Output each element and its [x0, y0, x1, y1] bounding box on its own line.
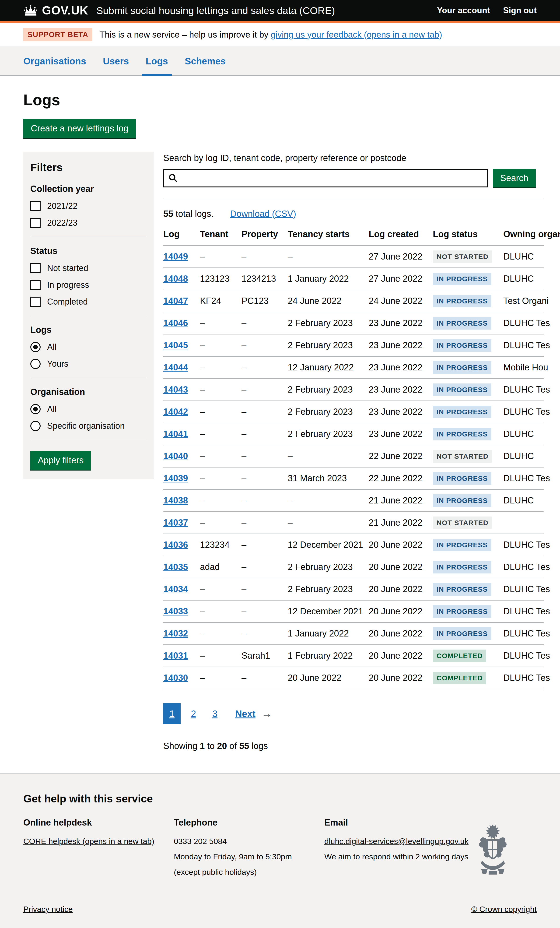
log-id-link[interactable]: 14037 [163, 518, 188, 528]
radio-option-yours[interactable]: Yours [31, 359, 147, 369]
radio-option-all[interactable]: All [31, 342, 147, 352]
search-button[interactable]: Search [493, 169, 536, 188]
option-label: 2022/23 [47, 218, 78, 228]
log-id-link[interactable]: 14034 [163, 584, 188, 594]
table-row: 14035adad–2 February 202320 June 2022IN … [163, 556, 544, 578]
checkbox-option-2022-23[interactable]: 2022/23 [31, 218, 147, 228]
log-id-link[interactable]: 14033 [163, 606, 188, 616]
filters-title: Filters [31, 161, 147, 174]
nav-tab-organisations[interactable]: Organisations [23, 56, 86, 75]
pagination: 123Next→ [163, 703, 560, 724]
footer-link[interactable]: dluhc.digital-services@levellingup.gov.u… [324, 837, 468, 846]
log-id-link[interactable]: 14045 [163, 340, 188, 350]
log-id-link[interactable]: 14038 [163, 496, 188, 505]
checkbox-control[interactable] [31, 218, 41, 228]
property-cell: – [241, 246, 288, 268]
footer-link[interactable]: CORE helpdesk (opens in a new tab) [23, 837, 154, 846]
log-id-link[interactable]: 14032 [163, 629, 188, 638]
owning-organisation-cell: Test Organi [503, 290, 544, 312]
log-id-link[interactable]: 14049 [163, 252, 188, 261]
pagination-page-3[interactable]: 3 [206, 703, 224, 724]
checkbox-option-not-started[interactable]: Not started [31, 263, 147, 273]
log-id-link[interactable]: 14035 [163, 562, 188, 572]
log-id-link[interactable]: 14046 [163, 318, 188, 328]
column-header-tenancy-starts: Tenancy starts [288, 225, 369, 246]
radio-option-specific-organisation[interactable]: Specific organisation [31, 421, 147, 431]
log-cell: 14042 [163, 401, 200, 423]
pagination-next-link[interactable]: Next [235, 708, 255, 719]
privacy-notice-link[interactable]: Privacy notice [23, 905, 73, 914]
tenancy-starts-cell: – [288, 511, 369, 534]
property-cell: – [241, 623, 288, 645]
log-cell: 14033 [163, 600, 200, 623]
tenancy-starts-cell: – [288, 445, 369, 467]
table-row: 14043––2 February 202323 June 2022IN PRO… [163, 379, 544, 401]
checkbox-control[interactable] [31, 263, 41, 273]
table-row: 14044––12 January 202223 June 2022IN PRO… [163, 356, 544, 379]
table-row: 14030––20 June 202220 June 2022COMPLETED… [163, 667, 544, 689]
log-status-tag: COMPLETED [433, 672, 486, 684]
pagination-page-1[interactable]: 1 [163, 703, 181, 724]
search-input[interactable] [163, 169, 488, 188]
checkbox-control[interactable] [31, 201, 41, 211]
apply-filters-button[interactable]: Apply filters [31, 451, 91, 470]
checkbox-control[interactable] [31, 297, 41, 307]
nav-tab-schemes[interactable]: Schemes [185, 56, 226, 75]
owning-organisation-cell: DLUHC [503, 490, 544, 511]
log-id-link[interactable]: 14031 [163, 651, 188, 661]
checkbox-option-completed[interactable]: Completed [31, 297, 147, 307]
owning-organisation-cell: DLUHC Tes [503, 379, 544, 401]
checkbox-option-2021-22[interactable]: 2021/22 [31, 201, 147, 211]
tenancy-starts-cell: 1 January 2022 [288, 623, 369, 645]
showing-text: of [227, 741, 240, 751]
checkbox-control[interactable] [31, 280, 41, 290]
footer-text-line: (except public holidays) [174, 867, 324, 878]
table-row: 14032––1 January 202220 June 2022IN PROG… [163, 623, 544, 645]
total-logs-count: 55 [163, 209, 173, 219]
nav-tab-logs[interactable]: Logs [146, 56, 168, 75]
log-cell: 14039 [163, 467, 200, 490]
log-id-link[interactable]: 14041 [163, 429, 188, 439]
radio-control[interactable] [31, 342, 41, 352]
log-id-link[interactable]: 14048 [163, 274, 188, 284]
nav-tab-users[interactable]: Users [103, 56, 129, 75]
crown-copyright-link[interactable]: © Crown copyright [471, 905, 537, 914]
footer-col-title: Online helpdesk [23, 818, 174, 828]
radio-control[interactable] [31, 404, 41, 414]
filter-divider [31, 378, 147, 378]
log-created-cell: 23 June 2022 [369, 423, 433, 445]
log-status-cell: NOT STARTED [433, 511, 503, 534]
log-status-cell: NOT STARTED [433, 445, 503, 467]
tenancy-starts-cell: 31 March 2023 [288, 467, 369, 490]
footer-link-line: CORE helpdesk (opens in a new tab) [23, 836, 174, 847]
tenant-cell: – [200, 312, 241, 334]
radio-control[interactable] [31, 359, 41, 369]
create-lettings-log-button[interactable]: Create a new lettings log [23, 119, 136, 138]
log-id-link[interactable]: 14039 [163, 473, 188, 483]
download-csv-link[interactable]: Download (CSV) [230, 209, 296, 219]
your-account-link[interactable]: Your account [437, 6, 490, 15]
tenancy-starts-cell: 20 June 2022 [288, 667, 369, 689]
log-id-link[interactable]: 14047 [163, 296, 188, 306]
log-created-cell: 22 June 2022 [369, 445, 433, 467]
log-id-link[interactable]: 14040 [163, 451, 188, 461]
govuk-logotype[interactable]: GOV.UK [42, 4, 89, 17]
pagination-page-2[interactable]: 2 [185, 703, 202, 724]
logs-table: LogTenantPropertyTenancy startsLog creat… [163, 225, 544, 689]
log-id-link[interactable]: 14044 [163, 362, 188, 372]
feedback-link[interactable]: giving us your feedback (opens in a new … [271, 30, 442, 40]
radio-option-all[interactable]: All [31, 404, 147, 414]
radio-control[interactable] [31, 421, 41, 431]
sign-out-link[interactable]: Sign out [503, 6, 537, 15]
govuk-logo-area[interactable]: GOV.UK [23, 4, 89, 17]
log-id-link[interactable]: 14042 [163, 407, 188, 417]
log-id-link[interactable]: 14043 [163, 385, 188, 394]
service-name-link[interactable]: Submit social housing lettings and sales… [96, 5, 335, 16]
log-id-link[interactable]: 14036 [163, 540, 188, 549]
owning-organisation-cell: DLUHC Tes [503, 600, 544, 623]
log-id-link[interactable]: 14030 [163, 673, 188, 683]
log-status-tag: IN PROGRESS [433, 317, 491, 330]
checkbox-option-in-progress[interactable]: In progress [31, 280, 147, 290]
filter-divider [31, 316, 147, 316]
page-title: Logs [23, 91, 537, 109]
